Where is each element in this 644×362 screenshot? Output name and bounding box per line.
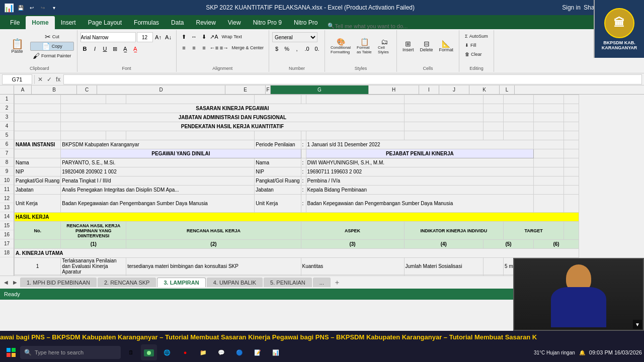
align-right-btn[interactable]: ≡ [200,43,209,52]
tab-next-btn[interactable]: ▶ [11,279,19,286]
cell-b12[interactable]: Badan Kepegawaian dan Pengembangan Sumbe… [61,195,255,213]
sheet-tab-4[interactable]: 4. UMPAN BALIK [207,278,263,287]
cell-f17[interactable]: Kuantitas [301,258,404,275]
row-13[interactable]: 13 [0,203,14,212]
col-header-g[interactable]: G [271,85,369,94]
col-header-k[interactable]: K [469,85,500,94]
cell-l2[interactable] [564,104,579,113]
align-middle-btn[interactable]: ↔ [190,32,199,41]
align-left-btn[interactable]: ≡ [180,43,189,52]
cell-e10[interactable]: Pangkat/Gol Ruang [255,176,301,186]
paste-btn[interactable]: 📋 Paste [5,32,29,60]
cell-k6[interactable] [534,140,564,149]
format-painter-btn[interactable]: 🖌 Format Painter [30,51,74,60]
row-12[interactable]: 12 [0,194,14,203]
cell-k12[interactable] [534,195,564,213]
tab-data[interactable]: Data [165,16,190,29]
cell-i15[interactable]: (5) [484,240,534,249]
cell-g8[interactable]: DWI WAHYUNINGSIH, S.H., M.M. [306,158,534,167]
cell-k4[interactable] [534,122,564,131]
row-11[interactable]: 11 [0,185,14,194]
increase-font-btn[interactable]: A↑ [154,33,163,42]
cell-f10[interactable]: : [301,176,306,186]
row-5[interactable]: 5 [0,131,14,140]
cell-i2[interactable] [484,104,504,113]
fill-btn[interactable]: ⬇Fill [462,41,479,49]
cell-f18[interactable]: Kualitas [301,275,404,276]
cell-h4[interactable] [404,122,484,131]
col-header-l[interactable]: L [500,85,515,94]
cell-k1[interactable] [534,95,564,104]
undo-btn[interactable]: ↩ [27,3,36,12]
cell-j5[interactable] [504,131,534,140]
cell-h17[interactable]: Jumlah Materi Sosialisasi [404,258,484,275]
taskbar-files[interactable] [141,344,157,360]
decimal-increase-btn[interactable]: .0 [302,44,311,53]
cell-e5[interactable] [255,131,301,140]
cell-b14[interactable]: RENCANA HASIL KERJA PIMPINAN YANG DIINTE… [61,222,126,240]
row-14[interactable]: 14 [0,212,14,221]
copy-btn[interactable]: 📄 Copy [30,42,74,51]
number-format-select[interactable]: General Number Currency Text [272,32,317,42]
align-center-btn[interactable]: ≡ [190,43,199,52]
col-header-a[interactable]: A [14,85,32,94]
cell-b7[interactable]: PEGAWAI YANG DINILAI [61,149,301,158]
row-3[interactable]: 3 [0,113,14,122]
cell-k2[interactable] [534,104,564,113]
cell-g5[interactable] [306,131,404,140]
cell-b4[interactable]: PENDEKATAN HASIL KERJA KUANTITATIF [61,122,404,131]
cell-a14[interactable]: No. [15,222,61,240]
start-btn[interactable] [2,343,20,361]
cell-k15[interactable]: (6) [534,240,579,249]
taskbar-excel[interactable]: 📊 [268,344,284,360]
cell-d1[interactable] [126,95,255,104]
cell-g6[interactable]: 1 Januari s/d 31 Desember 2022 [306,140,534,149]
function-icon[interactable]: fx [55,75,61,84]
taskbar-app6[interactable]: 🔵 [231,344,248,360]
comma-btn[interactable]: , [292,44,301,53]
cell-b3[interactable]: JABATAN ADMINISTRASI DAN FUNGSIONAL [61,113,404,122]
cell-i17[interactable] [484,258,504,275]
cut-btn[interactable]: ✂ Cut [30,32,74,41]
cell-e9[interactable]: NIP [255,167,301,176]
row-15[interactable]: 15 [0,221,14,230]
row-4[interactable]: 4 [0,122,14,131]
cell-f11[interactable]: : [301,186,306,195]
cell-a18[interactable] [15,275,61,276]
cell-g1[interactable] [306,95,404,104]
cell-h2[interactable] [404,104,484,113]
cell-h3[interactable] [404,113,484,122]
col-header-row-selector[interactable] [0,85,14,94]
sheet-tab-5[interactable]: 5. PENILAIAN [264,278,312,287]
cell-l9[interactable] [564,167,579,176]
cell-j4[interactable] [504,122,534,131]
taskbar-explorer[interactable]: 📁 [195,344,211,360]
sheet-tab-3[interactable]: 3. LAMPIRAN [157,278,205,287]
cell-a11[interactable]: Jabatan [15,186,61,195]
align-bottom-btn[interactable]: ⬇ [200,32,209,41]
cell-d5[interactable] [126,131,255,140]
cell-g12[interactable]: Badan Kepegawaian dan Pengembangan Sumbe… [306,195,534,213]
cell-l3[interactable] [564,113,579,122]
row-17[interactable]: 17 [0,239,14,248]
underline-btn[interactable]: U [101,44,110,53]
cell-f9[interactable]: : [301,167,306,176]
row-18[interactable]: 18 [0,248,14,257]
cell-f12[interactable]: : [301,195,306,213]
sheet-tab-2[interactable]: 2. RENCANA SKP [98,278,156,287]
cell-e6[interactable]: Periode Penilaian [255,140,301,149]
formula-input[interactable] [63,74,642,84]
cell-k7[interactable] [534,149,564,158]
col-header-e[interactable]: E [225,85,266,94]
cell-b18[interactable] [61,275,126,276]
row-9[interactable]: 9 [0,167,14,176]
cell-f14[interactable]: ASPEK [301,222,404,240]
cell-ref-input[interactable] [2,74,32,84]
cell-j2[interactable] [504,104,534,113]
cell-a1[interactable] [15,95,61,104]
cell-l1[interactable] [564,95,579,104]
cancel-icon[interactable]: ✕ [37,75,44,84]
percent-btn[interactable]: % [282,44,291,53]
tab-page-layout[interactable]: Page Layout [82,16,128,29]
taskbar-search[interactable]: 🔍 Type here to search [20,346,121,359]
